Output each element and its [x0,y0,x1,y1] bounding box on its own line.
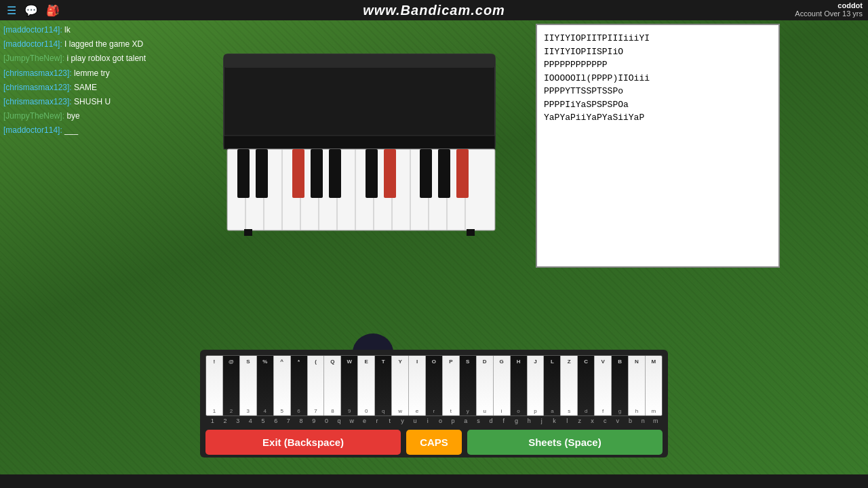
piano-keyboard-ui: ! 1 @ 2 S 3 % 4 ^ 5 * 6 [200,350,668,458]
sheets-button[interactable]: Sheets (Space) [467,430,663,455]
num-cell: n [637,418,650,424]
key-white[interactable]: V f [595,356,612,415]
num-cell: k [548,418,561,424]
num-cell: x [586,418,599,424]
chat-message: lk [64,25,71,35]
svg-rect-25 [438,149,450,198]
key-white[interactable]: I e [409,356,426,415]
chat-icon[interactable]: 💬 [24,4,38,17]
num-cell: z [573,418,586,424]
bag-icon[interactable]: 🎒 [46,4,60,17]
key-white[interactable]: * 6 [291,356,308,415]
num-cell: q [333,418,346,424]
key-white[interactable]: N h [629,356,646,415]
svg-rect-21 [329,149,341,198]
sheet-music-panel: IIYIYIOPIITPIIIiiiYI IIYIYIOPIISPIiO PPP… [536,24,780,268]
key-white[interactable]: T q [375,356,392,415]
svg-rect-23 [384,149,396,198]
key-white[interactable]: % 4 [257,356,274,415]
chat-username: [JumpyTheNew]: [3,54,64,63]
list-item: [chrismasmax123]: lemme try [3,67,193,80]
svg-rect-28 [467,229,475,236]
key-white[interactable]: C d [578,356,595,415]
chat-username: [chrismasmax123]: [3,97,72,106]
chat-username: [chrismasmax123]: [3,68,72,78]
chat-message: SAME [74,83,97,92]
key-white[interactable]: D u [477,356,494,415]
chat-username: [maddoctor114]: [3,125,62,135]
list-item: [maddoctor114]: lk [3,24,193,37]
key-white[interactable]: L a [544,356,561,415]
num-cell: o [434,418,447,424]
num-cell: h [523,418,536,424]
key-white[interactable]: H o [511,356,528,415]
user-info: coddot Account Over 13 yrs [795,1,863,18]
list-item: [maddoctor114]: I lagged the game XD [3,38,193,51]
sheet-line: PPPPIiYaSPSPSPOa [544,98,772,112]
num-cell: 5 [257,418,270,424]
num-cell: l [561,418,574,424]
sheet-line: IOOOOOIl(PPPP)IIOiii [544,72,772,85]
num-cell: b [624,418,637,424]
chat-message: lemme try [74,68,110,78]
chat-message: SHUSH U [74,97,111,106]
num-cell: 6 [269,418,282,424]
sheet-line: YaPYaPiiYaPYaSiiYaP [544,111,772,125]
key-white[interactable]: J p [528,356,545,415]
list-item: [JumpyTheNew]: i play roblox got talent [3,52,193,65]
key-white[interactable]: E 0 [358,356,375,415]
chat-panel: [maddoctor114]: lk [maddoctor114]: I lag… [3,24,193,139]
exit-button[interactable]: Exit (Backspace) [205,430,401,455]
num-cell: 7 [282,418,295,424]
key-white[interactable]: Z s [561,356,578,415]
num-cell: p [447,418,460,424]
num-cell: 4 [244,418,257,424]
svg-rect-19 [292,149,304,198]
num-cell: u [409,418,422,424]
chat-username: [chrismasmax123]: [3,83,72,92]
key-white[interactable]: ( 7 [308,356,325,415]
top-bar-left: ☰ 💬 🎒 [7,4,60,17]
num-cell: a [459,418,472,424]
key-white[interactable]: O r [426,356,443,415]
num-cell: e [358,418,371,424]
key-white[interactable]: ^ 5 [274,356,291,415]
top-bar: ☰ 💬 🎒 www.Bandicam.com coddot Account Ov… [0,0,868,20]
key-white[interactable]: G i [494,356,511,415]
sheet-line: IIYIYIOPIISPIiO [544,45,772,59]
key-white[interactable]: B g [612,356,629,415]
svg-rect-27 [244,229,252,236]
site-title: www.Bandicam.com [363,3,505,18]
svg-rect-24 [420,149,432,198]
num-cell: i [421,418,434,424]
svg-rect-20 [311,149,323,198]
num-cell: 8 [295,418,308,424]
svg-rect-18 [256,149,268,198]
sheet-line: PPPPYTTSSPTSSPo [544,85,772,98]
chat-username: [JumpyTheNew]: [3,111,64,121]
list-item: [chrismasmax123]: SAME [3,81,193,94]
svg-rect-17 [237,149,250,198]
num-cell: 0 [320,418,333,424]
key-white[interactable]: S y [460,356,477,415]
list-item: [maddoctor114]: ___ [3,124,193,137]
chat-username: [maddoctor114]: [3,39,62,49]
num-cell: 3 [231,418,244,424]
caps-button[interactable]: CAPS [406,430,462,455]
menu-icon[interactable]: ☰ [7,4,16,17]
key-white[interactable]: P t [443,356,460,415]
bottom-bar [0,474,868,488]
key-white[interactable]: ! 1 [206,356,223,415]
key-white[interactable]: Q 8 [324,356,341,415]
chat-message: bye [66,111,79,121]
svg-rect-1 [224,54,495,68]
svg-rect-2 [224,136,495,149]
num-row: 1 2 3 4 5 6 7 8 9 0 q w e r t y u i o p … [205,418,663,424]
key-white[interactable]: M m [646,356,662,415]
num-cell: m [650,418,663,424]
list-item: [JumpyTheNew]: bye [3,110,193,123]
key-white[interactable]: Y w [392,356,409,415]
key-white[interactable]: S 3 [240,356,257,415]
key-white[interactable]: W 9 [341,356,358,415]
key-white[interactable]: @ 2 [223,356,240,415]
